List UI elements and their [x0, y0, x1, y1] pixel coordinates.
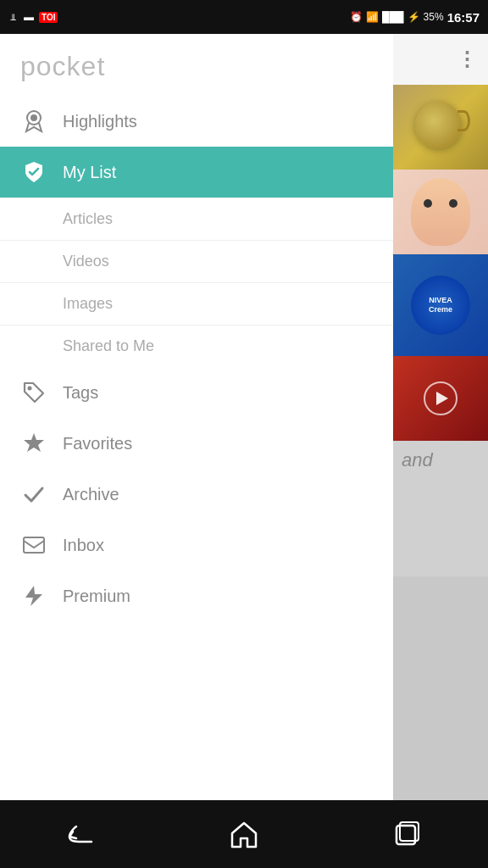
sidebar-item-mylist[interactable]: My List [0, 147, 393, 198]
articles-label: Articles [63, 210, 113, 227]
card-text-and: and [393, 441, 488, 576]
favorites-label: Favorites [63, 434, 132, 453]
tags-icon-wrapper [20, 379, 47, 406]
cup-handle [458, 110, 470, 131]
card-image-face [393, 170, 488, 254]
sidebar-item-archive[interactable]: Archive [0, 469, 393, 520]
mylist-label: My List [63, 163, 116, 182]
time-display: 16:57 [447, 10, 480, 25]
inbox-icon-wrapper [20, 531, 47, 559]
mylist-subnav: Articles Videos Images Shared to Me [0, 198, 393, 367]
home-icon [229, 820, 259, 849]
sidebar-item-favorites[interactable]: Favorites [0, 418, 393, 469]
card-image-video [393, 356, 488, 441]
face-shape [411, 178, 470, 246]
top-bar-right: ⋮ [393, 34, 488, 85]
svg-marker-3 [24, 433, 44, 452]
sidebar-item-premium[interactable]: Premium [0, 570, 393, 621]
wifi-icon: 📶 [366, 11, 379, 23]
sidebar-item-shared-to-me[interactable]: Shared to Me [0, 325, 393, 367]
highlights-icon-wrapper [20, 108, 47, 135]
usb-icon: ⫫ [8, 11, 19, 23]
envelope-icon [22, 534, 46, 556]
back-icon [66, 821, 97, 847]
right-panel: ⋮ NIVEACreme [393, 34, 488, 800]
favorites-icon-wrapper [20, 430, 47, 457]
tags-label: Tags [63, 383, 98, 403]
highlights-label: Highlights [63, 112, 137, 131]
play-button-circle [424, 381, 458, 415]
sidebar-drawer: pocket Highlights [0, 34, 393, 800]
tea-image-content [407, 97, 474, 157]
inbox-label: Inbox [63, 536, 104, 555]
navigation-bar [0, 800, 488, 868]
sidebar-item-inbox[interactable]: Inbox [0, 520, 393, 570]
more-menu-icon[interactable]: ⋮ [457, 47, 478, 71]
nivea-tin-shape: NIVEACreme [411, 275, 470, 335]
home-button[interactable] [214, 813, 274, 855]
premium-label: Premium [63, 587, 130, 606]
alarm-icon: ⏰ [350, 11, 363, 23]
status-right-icons: ⏰ 📶 ███ ⚡ 35% 16:57 [350, 10, 480, 25]
videos-label: Videos [63, 253, 109, 270]
svg-point-2 [28, 387, 32, 391]
svg-point-1 [30, 114, 37, 121]
pocket-logo: pocket [20, 51, 105, 81]
tea-cup-shape [415, 102, 462, 148]
images-label: Images [63, 295, 113, 312]
battery-level: 35% [424, 11, 444, 23]
sidebar-item-highlights[interactable]: Highlights [0, 96, 393, 147]
sidebar-item-tags[interactable]: Tags [0, 367, 393, 418]
toi-badge: TOI [39, 12, 58, 23]
eye-right [449, 199, 458, 208]
recents-icon [393, 821, 420, 848]
lightning-icon: ⚡ [408, 11, 420, 23]
back-button[interactable] [52, 813, 111, 855]
star-icon [22, 431, 46, 455]
bolt-icon [22, 584, 46, 608]
play-triangle-icon [436, 392, 448, 405]
sidebar-navigation: Highlights My List Articles [0, 96, 393, 800]
shared-to-me-label: Shared to Me [63, 337, 154, 354]
check-icon [22, 482, 46, 506]
svg-rect-4 [24, 537, 44, 553]
mylist-icon-wrapper [20, 159, 47, 186]
sidebar-header: pocket [0, 34, 393, 96]
status-left-icons: ⫫ ▬ TOI [8, 11, 58, 23]
sidebar-item-articles[interactable]: Articles [0, 198, 393, 240]
tag-icon [22, 381, 46, 404]
and-text-label: and [402, 449, 433, 471]
sidebar-item-images[interactable]: Images [0, 282, 393, 325]
archive-icon-wrapper [20, 481, 47, 508]
recents-button[interactable] [377, 813, 436, 855]
eye-left [424, 199, 432, 208]
highlights-icon [22, 109, 46, 133]
image-icon: ▬ [24, 11, 34, 23]
main-area: ⋮ NIVEACreme [0, 34, 488, 834]
premium-icon-wrapper [20, 582, 47, 609]
pocket-shield-icon [22, 160, 46, 184]
archive-label: Archive [63, 485, 119, 504]
card-image-nivea: NIVEACreme [393, 254, 488, 356]
sidebar-item-videos[interactable]: Videos [0, 240, 393, 282]
signal-icon: ███ [382, 11, 404, 23]
status-bar: ⫫ ▬ TOI ⏰ 📶 ███ ⚡ 35% 16:57 [0, 0, 488, 34]
card-image-tea [393, 85, 488, 170]
